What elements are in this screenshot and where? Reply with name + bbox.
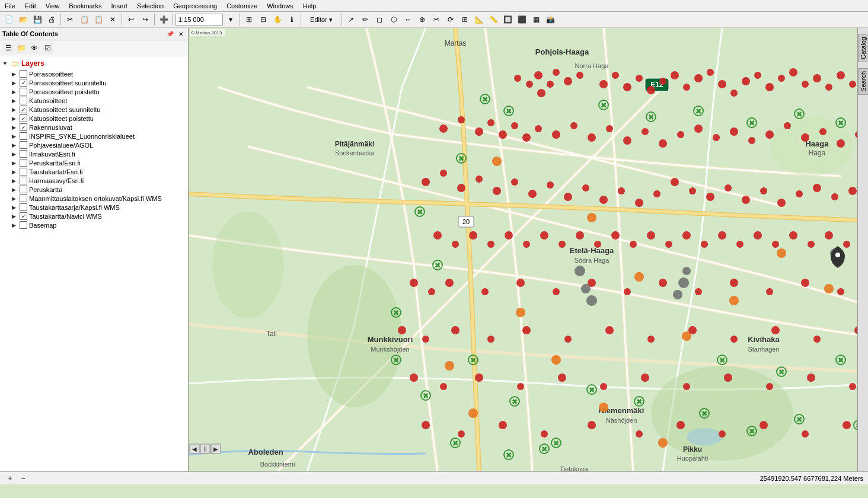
- add-data-btn[interactable]: ➕: [157, 13, 170, 26]
- layer-checkbox-8[interactable]: [20, 132, 27, 140]
- toc-list-btn[interactable]: ☰: [2, 42, 14, 54]
- menu-customize[interactable]: Customize: [222, 1, 262, 11]
- status-zoom-in[interactable]: +: [5, 473, 15, 484]
- layer-item[interactable]: ▶ Maanmittauslaitoksen ortokuvat/Kapsi.f…: [0, 194, 188, 203]
- layer-item[interactable]: ▶ Peruskartta/Esri.fi: [0, 158, 188, 167]
- menu-insert[interactable]: Insert: [106, 1, 132, 11]
- layer-item[interactable]: ▶ Pohjavesialuee/AGOL: [0, 141, 188, 149]
- tool4[interactable]: ⬡: [387, 13, 400, 26]
- layer-item[interactable]: ▶ Peruskartta: [0, 185, 188, 194]
- layer-item[interactable]: ▶ Katuosoitteet suunniteltu: [0, 105, 188, 114]
- copy-btn[interactable]: 📋: [78, 13, 91, 26]
- undo-btn[interactable]: ↩: [125, 13, 138, 26]
- menu-file[interactable]: File: [0, 1, 20, 11]
- layer-item[interactable]: ▶ INSPIRE_SYKE_Luonnonriskialueet: [0, 132, 188, 141]
- save-btn[interactable]: 💾: [31, 13, 44, 26]
- open-btn[interactable]: 📂: [17, 13, 30, 26]
- catalog-tab[interactable]: Catalog: [858, 34, 869, 62]
- editor-dropdown-btn[interactable]: Editor ▾: [304, 13, 339, 26]
- map-area[interactable]: E12 20 Pohjois-Haaga Norra Haga Martas P…: [189, 28, 868, 471]
- menu-bookmarks[interactable]: Bookmarks: [64, 1, 106, 11]
- scale-input[interactable]: [175, 14, 223, 25]
- tool15[interactable]: 📸: [544, 13, 557, 26]
- layer-checkbox-14[interactable]: [20, 186, 27, 193]
- cut-btn[interactable]: ✂: [63, 13, 76, 26]
- tool5[interactable]: ↔: [401, 13, 414, 26]
- tool12[interactable]: 🔲: [501, 13, 514, 26]
- layer-checkbox-17[interactable]: [20, 212, 27, 220]
- search-tab[interactable]: Search: [858, 68, 869, 95]
- print-btn[interactable]: 🖨: [45, 13, 58, 26]
- tool13[interactable]: ⬛: [515, 13, 528, 26]
- layer-item[interactable]: ▶ Taustakartat/Esri.fi: [0, 167, 188, 176]
- svg-point-127: [594, 241, 601, 248]
- svg-point-45: [612, 72, 619, 79]
- redo-btn[interactable]: ↪: [139, 13, 152, 26]
- layer-checkbox-12[interactable]: [20, 168, 27, 175]
- tool6[interactable]: ⊕: [416, 13, 429, 26]
- layer-checkbox-9[interactable]: [20, 141, 27, 149]
- layer-checkbox-11[interactable]: [20, 159, 27, 167]
- identify-btn[interactable]: ℹ: [285, 13, 298, 26]
- toc-close-btn[interactable]: ✕: [176, 29, 186, 39]
- layer-item[interactable]: ▶ Basemap: [0, 221, 188, 229]
- menu-view[interactable]: View: [41, 1, 65, 11]
- zoom-full-btn[interactable]: ⊞: [242, 13, 256, 26]
- layer-checkbox-18[interactable]: [20, 221, 27, 229]
- menu-help[interactable]: Help: [298, 1, 321, 11]
- layer-item[interactable]: ▶ Porrasosoitteet: [0, 69, 188, 78]
- layer-checkbox-7[interactable]: [20, 123, 27, 131]
- layers-group-header[interactable]: ▼ 🗂 Layers: [0, 58, 188, 69]
- layer-item[interactable]: ▶ Harmaasavy/Esri.fi: [0, 176, 188, 185]
- tool3[interactable]: ◻: [373, 13, 386, 26]
- tool8[interactable]: ⟳: [444, 13, 457, 26]
- toc-selection-btn[interactable]: ☑: [42, 42, 53, 54]
- tool7[interactable]: ✂: [430, 13, 443, 26]
- svg-point-37: [547, 81, 554, 88]
- paste-btn[interactable]: 📋: [92, 13, 105, 26]
- layer-checkbox-13[interactable]: [20, 177, 27, 184]
- tool10[interactable]: 📐: [473, 13, 486, 26]
- svg-point-79: [623, 136, 631, 145]
- layer-checkbox-4[interactable]: [20, 97, 27, 104]
- layer-item[interactable]: ▶ Taustakarttasarja/Kapsi.fi WMS: [0, 203, 188, 212]
- layer-checkbox-3[interactable]: [20, 88, 27, 95]
- layer-checkbox-6[interactable]: [20, 114, 27, 122]
- layer-checkbox-5[interactable]: [20, 106, 27, 113]
- layer-item[interactable]: ▶ Taustakartta/Navici WMS: [0, 212, 188, 221]
- layer-checkbox-10[interactable]: [20, 150, 27, 158]
- zoom-extent-btn[interactable]: ⊟: [257, 13, 270, 26]
- svg-point-252: [587, 213, 596, 222]
- layer-checkbox-15[interactable]: [20, 194, 27, 202]
- menu-geoprocessing[interactable]: Geoprocessing: [168, 1, 222, 11]
- tool2[interactable]: ✏: [359, 13, 372, 26]
- layer-checkbox-1[interactable]: [20, 70, 27, 78]
- layer-checkbox-16[interactable]: [20, 203, 27, 211]
- pan-btn[interactable]: ✋: [271, 13, 284, 26]
- svg-point-261: [599, 403, 608, 412]
- toc-visibility-btn[interactable]: 👁: [28, 42, 40, 54]
- tool11[interactable]: 📏: [487, 13, 500, 26]
- svg-point-158: [422, 336, 429, 343]
- status-zoom-out[interactable]: −: [18, 473, 28, 484]
- menu-selection[interactable]: Selection: [132, 1, 168, 11]
- layer-item[interactable]: ▶ Ilmakuvat\Esri.fi: [0, 149, 188, 158]
- menu-edit[interactable]: Edit: [20, 1, 41, 11]
- layer-item[interactable]: ▶ Katuosoitteet poistettu: [0, 114, 188, 123]
- scale-dropdown-btn[interactable]: ▾: [224, 13, 237, 26]
- sep3: [154, 14, 155, 25]
- layer-item[interactable]: ▶ Katuosoitteet: [0, 96, 188, 105]
- delete-btn[interactable]: ✕: [106, 13, 119, 26]
- layer-item[interactable]: ▶ Rakennusluvat: [0, 123, 188, 132]
- layer-item[interactable]: ▶ Porrasosoitteet poistettu: [0, 87, 188, 96]
- svg-point-60: [789, 68, 797, 76]
- menu-windows[interactable]: Windows: [262, 1, 298, 11]
- toc-pin-btn[interactable]: 📌: [165, 29, 175, 39]
- layer-checkbox-2[interactable]: [20, 79, 27, 87]
- layer-item[interactable]: ▶ Porrasosoitteet suunniteltu: [0, 78, 188, 87]
- tool14[interactable]: ▦: [529, 13, 542, 26]
- tool1[interactable]: ↗: [344, 13, 358, 26]
- tool9[interactable]: ⊞: [458, 13, 471, 26]
- toc-source-btn[interactable]: 📁: [15, 42, 27, 54]
- new-btn[interactable]: 📄: [2, 13, 15, 26]
